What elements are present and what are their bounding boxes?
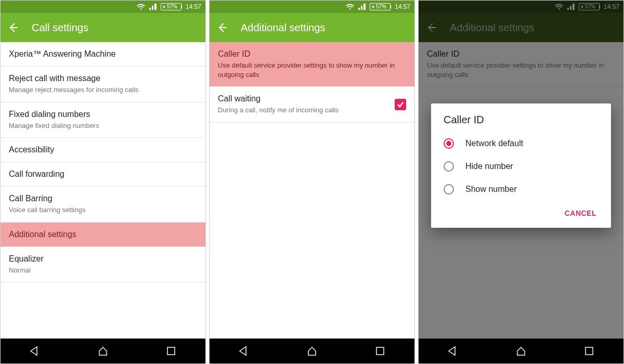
battery-text: 57% — [585, 4, 595, 10]
screen-additional-settings: 57% 14:57 Additional settings Caller ID … — [209, 0, 415, 364]
page-title: Additional settings — [450, 22, 534, 34]
nav-recent-icon[interactable] — [374, 345, 386, 357]
radio-option-hide-number[interactable]: Hide number — [431, 155, 611, 178]
app-bar: Additional settings — [419, 13, 623, 42]
dialog-title: Caller ID — [431, 103, 611, 132]
nav-back-icon[interactable] — [238, 345, 250, 357]
svg-rect-3 — [376, 347, 384, 355]
radio-option-show-number[interactable]: Show number — [431, 178, 611, 201]
dialog-actions: CANCEL — [431, 201, 611, 224]
settings-list: Caller ID Use default service provider s… — [210, 42, 414, 339]
nav-bar — [1, 339, 205, 363]
status-bar: 57% 14:57 — [210, 1, 414, 13]
nav-bar — [419, 339, 623, 363]
radio-icon — [444, 161, 454, 172]
battery-text: 57% — [376, 4, 386, 10]
battery-text: 57% — [167, 4, 177, 10]
list-item-title: Fixed dialing numbers — [9, 110, 197, 119]
screen-caller-id-dialog: 57% 14:57 Additional settings Caller ID … — [418, 0, 624, 364]
radio-label: Network default — [465, 139, 523, 148]
wifi-icon — [555, 4, 563, 10]
page-title: Call settings — [32, 22, 88, 34]
nav-recent-icon[interactable] — [165, 345, 177, 357]
clock-text: 14:57 — [395, 3, 410, 10]
list-item-additional-settings[interactable]: Additional settings — [1, 223, 205, 247]
list-item-title: Call forwarding — [9, 170, 197, 179]
cancel-button[interactable]: CANCEL — [558, 205, 603, 222]
svg-rect-1 — [167, 347, 175, 355]
radio-label: Show number — [465, 185, 517, 194]
list-item-title: Caller ID — [218, 49, 406, 59]
radio-label: Hide number — [465, 162, 513, 171]
list-item-title: Additional settings — [9, 230, 197, 239]
clock-text: 14:57 — [186, 3, 201, 10]
nav-back-icon[interactable] — [29, 345, 41, 357]
list-item-caller-id[interactable]: Caller ID Use default service provider s… — [419, 42, 623, 87]
battery-indicator: 57% — [370, 3, 391, 10]
back-icon[interactable] — [216, 21, 228, 34]
nav-bar — [210, 339, 414, 363]
clock-text: 14:57 — [604, 3, 619, 10]
app-bar: Additional settings — [210, 13, 414, 42]
caller-id-dialog: Caller ID Network default Hide number Sh… — [431, 103, 611, 228]
radio-option-network-default[interactable]: Network default — [431, 132, 611, 155]
radio-icon — [444, 138, 454, 149]
list-item-sub: During a call, notify me of incoming cal… — [218, 106, 388, 115]
settings-list: Xperia™ Answering Machine Reject call wi… — [1, 42, 205, 339]
list-item-title: Reject call with message — [9, 74, 197, 83]
svg-rect-5 — [586, 347, 593, 355]
list-item-sub: Use default service provider settings to… — [218, 61, 406, 79]
list-item-title: Accessibility — [9, 145, 197, 154]
wifi-icon — [346, 4, 354, 10]
app-bar: Call settings — [1, 13, 205, 42]
list-item-fixed-dialing[interactable]: Fixed dialing numbers Manage fixed diali… — [1, 102, 205, 138]
battery-indicator: 57% — [579, 3, 600, 10]
list-item-call-waiting[interactable]: Call waiting During a call, notify me of… — [210, 87, 414, 123]
status-bar: 57% 14:57 — [1, 1, 205, 13]
list-item-sub: Manage fixed dialing numbers — [9, 121, 197, 131]
list-item-sub: Normal — [9, 266, 197, 275]
nav-back-icon[interactable] — [447, 345, 459, 357]
back-icon[interactable] — [7, 21, 19, 34]
signal-icon — [149, 4, 157, 10]
list-item-title: Call waiting — [218, 94, 388, 103]
signal-icon — [358, 4, 366, 10]
list-item-accessibility[interactable]: Accessibility — [1, 138, 205, 162]
signal-icon — [567, 4, 575, 10]
nav-home-icon[interactable] — [515, 345, 527, 357]
list-item-reject-call[interactable]: Reject call with message Manage reject m… — [1, 67, 205, 102]
nav-home-icon[interactable] — [97, 345, 109, 357]
list-item-title: Xperia™ Answering Machine — [9, 49, 197, 59]
list-item-sub: Voice call barring settings — [9, 205, 197, 215]
list-item-sub: Manage reject messages for incoming call… — [9, 85, 197, 95]
call-waiting-checkbox[interactable] — [395, 99, 406, 110]
list-item-sub: Use default service provider settings to… — [427, 61, 615, 79]
nav-recent-icon[interactable] — [583, 345, 595, 357]
page-title: Additional settings — [241, 22, 325, 34]
list-item-answering-machine[interactable]: Xperia™ Answering Machine — [1, 42, 205, 67]
list-item-title: Call Barring — [9, 194, 197, 203]
screen-call-settings: 57% 14:57 Call settings Xperia™ Answerin… — [0, 0, 206, 364]
list-item-call-forwarding[interactable]: Call forwarding — [1, 162, 205, 187]
wifi-icon — [137, 4, 145, 10]
battery-indicator: 57% — [161, 3, 181, 10]
list-item-call-barring[interactable]: Call Barring Voice call barring settings — [1, 187, 205, 223]
nav-home-icon[interactable] — [306, 345, 318, 357]
back-icon[interactable] — [425, 21, 437, 34]
status-bar: 57% 14:57 — [419, 1, 623, 13]
list-item-caller-id[interactable]: Caller ID Use default service provider s… — [210, 42, 414, 87]
list-item-title: Caller ID — [427, 49, 615, 59]
list-item-equalizer[interactable]: Equalizer Normal — [1, 247, 205, 283]
list-item-title: Equalizer — [9, 254, 197, 264]
radio-icon — [444, 184, 454, 194]
